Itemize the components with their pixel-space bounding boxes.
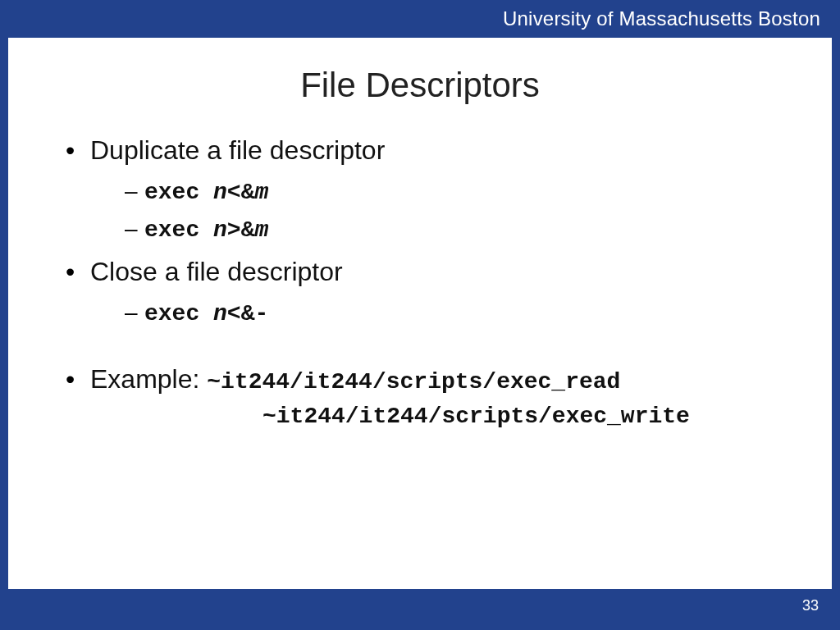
code-var: m [254, 180, 268, 205]
page-number: 33 [802, 597, 819, 614]
bullet-list: Duplicate a file descriptor exec n<&m ex… [41, 133, 799, 397]
bullet-text: Duplicate a file descriptor [90, 135, 385, 165]
sub-list: exec n<&m exec n>&m [90, 173, 799, 248]
code-line: exec n<&m [144, 178, 268, 203]
sub-item: exec n<&- [125, 294, 799, 331]
code-cmd: exec [144, 180, 213, 205]
slide: University of Massachusetts Boston File … [0, 0, 840, 630]
bullet-duplicate: Duplicate a file descriptor exec n<&m ex… [66, 133, 799, 248]
code-var: n [213, 180, 227, 205]
example-path-2: ~it244/it244/scripts/exec_write [41, 404, 799, 429]
top-bar: University of Massachusetts Boston [8, 0, 832, 38]
slide-title: File Descriptors [8, 66, 832, 105]
bottom-bar: 33 [8, 589, 832, 622]
bullet-text: Close a file descriptor [90, 257, 343, 286]
code-cmd: exec [144, 301, 213, 326]
bullet-close: Close a file descriptor exec n<&- [66, 254, 799, 355]
sub-list: exec n<&- [90, 294, 799, 331]
spacer [90, 332, 799, 355]
bullet-example: Example: ~it244/it244/scripts/exec_read [66, 362, 799, 398]
code-var: m [254, 217, 268, 243]
code-op: <& [227, 180, 255, 205]
example-line: Example: ~it244/it244/scripts/exec_read [90, 364, 620, 394]
code-var: n [213, 301, 227, 326]
sub-item: exec n<&m [125, 173, 799, 210]
slide-content: Duplicate a file descriptor exec n<&m ex… [8, 133, 832, 429]
code-line: exec n>&m [144, 216, 268, 241]
sub-item: exec n>&m [125, 211, 799, 248]
code-op: <&- [227, 301, 268, 326]
example-path: ~it244/it244/scripts/exec_read [207, 369, 620, 395]
org-name: University of Massachusetts Boston [503, 7, 820, 30]
code-line: exec n<&- [144, 299, 268, 325]
code-var: n [213, 217, 227, 243]
code-cmd: exec [144, 217, 213, 243]
code-op: >& [227, 217, 255, 243]
example-label: Example: [90, 364, 207, 394]
